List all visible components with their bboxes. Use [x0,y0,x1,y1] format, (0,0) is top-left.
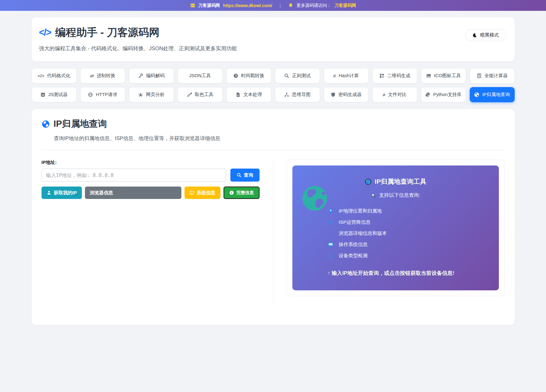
query-form: IP地址: 查询 获取我的IP [42,160,273,305]
code-brackets-icon: </> [39,27,51,38]
hash-icon: # [333,73,336,78]
full-info-button[interactable]: 完整信息 [224,187,260,199]
tab-qrcode-gen[interactable]: 二维码生成 [372,68,417,83]
calculator-icon [477,73,482,78]
page-title: 编程助手 - 刀客源码网 [55,25,159,40]
magnifier-emoji-icon [371,193,376,198]
search-icon [237,173,242,178]
tab-web-analysis[interactable]: 网页分析 [129,87,174,102]
tab-file-diff[interactable]: ≠文件对比 [372,87,417,102]
code-icon: </> [38,73,44,78]
monitor-icon [189,190,194,195]
tab-label: 网页分析 [146,92,165,98]
tab-color-picker[interactable]: 取色工具 [178,87,223,102]
tab-base-convert[interactable]: ⇄进制转换 [80,68,125,83]
feature-text: 操作系统信息 [339,241,368,248]
tab-mindmap[interactable]: 思维导图 [275,87,320,102]
system-info-button[interactable]: 系统信息 [184,187,220,199]
tab-label: 编码解码 [146,73,165,79]
tab-label: 文件对比 [388,92,407,98]
person-icon [47,190,51,195]
tab-http-request[interactable]: HTTP请求 [80,87,125,102]
tool-title: IP归属地查询 [54,118,107,130]
globe-icon [474,92,479,97]
tab-python-lib[interactable]: Python支持库 [421,87,466,102]
tab-label: 代码格式化 [47,73,70,79]
feature-list: IP地理位置和归属地ISP运营商信息浏览器详细信息和版本操作系统信息设备类型检测 [328,208,486,259]
feature-item: 设备类型检测 [328,253,486,259]
qr-icon [379,73,384,78]
tab-json-tools[interactable]: JSON工具 [178,68,223,83]
swap-icon: ⇄ [90,73,94,79]
tab-label: 正则测试 [292,73,311,79]
monitor-icon [328,242,334,248]
tab-js-tester[interactable]: JSJS测试器 [32,87,77,102]
feature-item: 浏览器详细信息和版本 [328,230,486,237]
tab-label: Hash计算 [339,73,359,79]
tab-password-gen[interactable]: 密码生成器 [324,87,369,102]
tab-encode-decode[interactable]: 编码解码 [129,68,174,83]
tab-calculator[interactable]: 全能计算器 [470,68,515,83]
tab-text-process[interactable]: 文本处理 [226,87,271,102]
tool-header: IP归属地查询 查询IP地址的归属地信息、ISP信息、地理位置等，并获取浏览器详… [42,118,505,150]
tab-label: IP归属地查询 [482,92,510,98]
tab-label: 文本处理 [243,92,262,98]
feature-text: ISP运营商信息 [339,219,371,226]
bell-icon [288,3,293,8]
ip-address-input[interactable] [42,169,226,182]
tab-label: Python支持库 [433,92,462,98]
query-button[interactable]: 查询 [230,169,260,182]
globe-wire-icon [88,92,93,97]
python-icon [425,92,430,97]
page-header: </> 编程助手 - 刀客源码网 强大的编程工具集合 - 代码格式化、编码转换、… [32,17,515,61]
mindmap-icon [284,92,289,97]
tab-ico-tools[interactable]: ICO图标工具 [421,68,466,83]
panel-title: IP归属地查询工具 [375,177,427,186]
tab-timestamp[interactable]: 时间戳转换 [226,68,271,83]
site-name: 刀客源码网 [198,3,220,8]
notice-link[interactable]: 刀客源码网 [334,3,356,8]
server-icon [190,3,195,8]
page-subtitle: 强大的编程工具集合 - 代码格式化、编码转换、JSON处理、正则测试及更多实用功… [39,45,505,52]
info-icon [229,190,234,195]
key-icon [138,73,143,78]
ip-tool-banner: IP归属地查询工具 支持以下信息查询: IP地理位置和归属地ISP运营商信息浏览… [292,165,499,290]
moon-icon [472,33,477,38]
tab-label: 时间戳转换 [241,73,264,79]
phone-icon [328,253,334,259]
tab-ip-lookup[interactable]: IP归属地查询 [470,87,515,102]
get-my-ip-button[interactable]: 获取我的IP [42,187,82,199]
feature-item: 操作系统信息 [328,241,486,248]
tab-label: JSON工具 [189,73,211,79]
tab-label: 思维导图 [292,92,311,98]
globe-icon [42,120,50,128]
earth-emoji-icon [365,178,372,185]
panel-footer: ↑ 输入IP地址开始查询，或点击按钮获取当前设备信息! [328,270,486,277]
neq-icon: ≠ [383,92,385,97]
tool-tabs: </>代码格式化⇄进制转换编码解码JSON工具时间戳转换正则测试#Hash计算二… [32,68,515,102]
wifi-icon [328,219,334,225]
tab-code-format[interactable]: </>代码格式化 [32,68,77,83]
file-icon [235,92,241,97]
eyedropper-icon [187,92,192,97]
ip-lookup-card: IP归属地查询 查询IP地址的归属地信息、ISP信息、地理位置等，并获取浏览器详… [32,109,515,325]
tab-label: 二维码生成 [387,73,411,79]
tab-regex-test[interactable]: 正则测试 [275,68,320,83]
shield-icon [331,92,336,97]
tab-label: 进制转换 [97,73,115,79]
announcement-bar: 刀客源码网 https://www.dkewl.com/ | 更多源码请访问： … [0,0,546,11]
image-icon [426,73,431,78]
feature-item: IP地理位置和归属地 [328,208,486,214]
site-url-link[interactable]: https://www.dkewl.com/ [223,3,272,8]
tool-subtitle: 查询IP地址的归属地信息、ISP信息、地理位置等，并获取浏览器详细信息 [54,135,505,142]
ip-address-label: IP地址: [42,160,260,165]
panel-subtitle: 支持以下信息查询: [379,192,420,199]
feature-text: IP地理位置和归属地 [339,208,382,214]
tab-label: ICO图标工具 [434,73,461,79]
browser-info-button[interactable]: 浏览器信息 [85,187,181,199]
js-icon: JS [40,92,46,97]
search-icon [284,73,289,78]
svg-text:JS: JS [42,94,44,96]
tab-hash-calc[interactable]: #Hash计算 [324,68,369,83]
dark-mode-button[interactable]: 暗黑模式 [465,29,506,41]
